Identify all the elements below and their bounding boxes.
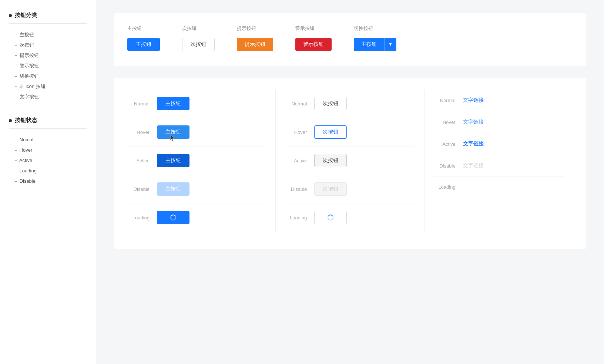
secondary-disable-row: Disable 次按钮 — [285, 175, 415, 203]
label-primary: 主按钮 — [127, 25, 142, 32]
link-states-col: Normal 文字链接 Hover 文字链接 Active 文字链接 Disab… — [425, 90, 573, 232]
state-label-loading-primary: Loading — [127, 215, 150, 220]
sidebar-item-disable[interactable]: － Disable — [9, 176, 87, 186]
section-button-types: 主按钮 主按钮 次按钮 次按钮 提示按钮 提示按钮 警示按钮 警示按钮 切换按钮… — [114, 13, 586, 66]
sidebar-item-hover[interactable]: － Hover — [9, 145, 87, 155]
secondary-hover-btn[interactable]: 次按钮 — [314, 125, 347, 139]
split-button-group: 主按钮 ▼ — [354, 38, 396, 51]
secondary-button[interactable]: 次按钮 — [182, 38, 215, 51]
sidebar-section-btn-types: 按钮分类 － 主按钮 － 次按钮 － 提示按钮 － 警示按钮 － 切换按钮 － … — [9, 12, 87, 102]
state-label-hover-link: Hover — [433, 119, 456, 125]
btn-type-primary-col: 主按钮 主按钮 — [127, 25, 160, 51]
spinner-primary — [170, 215, 176, 220]
link-disable-row: Disable 文字链接 — [433, 155, 564, 177]
sidebar-item-hint[interactable]: － 提示按钮 — [9, 50, 87, 61]
state-label-disable-link: Disable — [433, 163, 456, 169]
secondary-active-row: Active 次按钮 — [285, 146, 415, 175]
chevron-down-icon: ▼ — [388, 42, 393, 47]
sidebar-item-normal[interactable]: － Nomal — [9, 135, 87, 145]
link-loading-row: Loading — [433, 177, 564, 197]
main-content: 主按钮 主按钮 次按钮 次按钮 提示按钮 提示按钮 警示按钮 警示按钮 切换按钮… — [96, 0, 604, 364]
link-hover-btn[interactable]: 文字链接 — [463, 119, 484, 125]
sidebar-item-active[interactable]: － Active — [9, 155, 87, 166]
primary-disabled-btn: 主按钮 — [157, 182, 189, 196]
sidebar-item-primary[interactable]: － 主按钮 — [9, 30, 87, 40]
sidebar-item-switch[interactable]: － 切换按钮 — [9, 71, 87, 81]
state-label-disable-primary: Disable — [127, 186, 150, 192]
sidebar-section-title-types: 按钮分类 — [9, 12, 87, 19]
sidebar-section-btn-states: 按钮状态 － Nomal － Hover － Active － Loading … — [9, 117, 87, 186]
link-active-row: Active 文字链接 — [433, 133, 564, 155]
link-normal-row: Normal 文字链接 — [433, 90, 564, 111]
sidebar-divider-2 — [9, 128, 87, 129]
btn-type-row: 主按钮 主按钮 次按钮 次按钮 提示按钮 提示按钮 警示按钮 警示按钮 切换按钮… — [127, 25, 573, 51]
sidebar-item-secondary[interactable]: － 次按钮 — [9, 40, 87, 50]
label-secondary: 次按钮 — [182, 25, 197, 32]
spinner-secondary — [328, 215, 333, 220]
primary-normal-row: Normal 主按钮 — [127, 90, 266, 118]
primary-normal-btn[interactable]: 主按钮 — [157, 97, 189, 110]
primary-loading-btn — [157, 211, 189, 224]
hint-button[interactable]: 提示按钮 — [237, 38, 273, 51]
state-label-active-link: Active — [433, 141, 456, 147]
split-main-button[interactable]: 主按钮 — [354, 38, 384, 51]
secondary-loading-btn — [314, 211, 347, 224]
states-grid: Normal 主按钮 Hover 主按钮 Active 主按钮 Disable … — [127, 90, 573, 232]
state-label-hover-secondary: Hover — [285, 129, 307, 135]
state-label-hover-primary: Hover — [127, 129, 150, 135]
state-label-disable-secondary: Disable — [285, 186, 307, 192]
sidebar-item-warning[interactable]: － 警示按钮 — [9, 61, 87, 71]
label-split: 切换按钮 — [354, 25, 373, 32]
btn-type-hint-col: 提示按钮 提示按钮 — [237, 25, 273, 51]
sidebar-item-loading[interactable]: － Loading — [9, 166, 87, 176]
primary-disable-row: Disable 主按钮 — [127, 175, 266, 203]
btn-type-secondary-col: 次按钮 次按钮 — [182, 25, 215, 51]
state-label-normal-primary: Normal — [127, 101, 150, 107]
sidebar-item-icon-btn[interactable]: － 带 icon 按钮 — [9, 81, 87, 92]
secondary-disabled-btn: 次按钮 — [314, 182, 347, 196]
state-label-active-secondary: Active — [285, 158, 307, 164]
primary-button[interactable]: 主按钮 — [127, 38, 160, 51]
state-label-loading-secondary: Loading — [285, 215, 307, 220]
link-normal-btn[interactable]: 文字链接 — [463, 97, 484, 104]
secondary-hover-row: Hover 次按钮 — [285, 118, 415, 146]
btn-type-split-col: 切换按钮 主按钮 ▼ — [354, 25, 396, 51]
state-label-normal-secondary: Normal — [285, 101, 307, 107]
sidebar: 按钮分类 － 主按钮 － 次按钮 － 提示按钮 － 警示按钮 － 切换按钮 － … — [0, 0, 96, 364]
secondary-states-col: Normal 次按钮 Hover 次按钮 Active 次按钮 Disable … — [276, 90, 424, 232]
state-label-active-primary: Active — [127, 158, 150, 164]
secondary-active-btn[interactable]: 次按钮 — [314, 154, 347, 167]
link-active-btn[interactable]: 文字链接 — [463, 141, 484, 147]
section-button-states: Normal 主按钮 Hover 主按钮 Active 主按钮 Disable … — [114, 78, 586, 249]
secondary-normal-btn[interactable]: 次按钮 — [314, 97, 347, 110]
primary-hover-row: Hover 主按钮 — [127, 118, 266, 146]
link-hover-row: Hover 文字链接 — [433, 111, 564, 133]
primary-hover-btn[interactable]: 主按钮 — [157, 125, 189, 139]
state-label-loading-link: Loading — [433, 184, 456, 190]
danger-button[interactable]: 警示按钮 — [295, 38, 332, 51]
primary-active-row: Active 主按钮 — [127, 146, 266, 175]
label-danger: 警示按钮 — [295, 25, 315, 32]
btn-type-danger-col: 警示按钮 警示按钮 — [295, 25, 332, 51]
sidebar-section-title-states: 按钮状态 — [9, 117, 87, 124]
sidebar-divider-1 — [9, 23, 87, 24]
sidebar-item-text-btn[interactable]: － 文字按钮 — [9, 92, 87, 102]
secondary-loading-row: Loading — [285, 203, 415, 232]
split-arrow-button[interactable]: ▼ — [384, 38, 396, 51]
state-label-normal-link: Normal — [433, 98, 456, 103]
label-hint: 提示按钮 — [237, 25, 256, 32]
primary-active-btn[interactable]: 主按钮 — [157, 154, 189, 167]
secondary-normal-row: Normal 次按钮 — [285, 90, 415, 118]
primary-states-col: Normal 主按钮 Hover 主按钮 Active 主按钮 Disable … — [127, 90, 276, 232]
link-disabled-btn: 文字链接 — [463, 162, 484, 169]
primary-loading-row: Loading — [127, 203, 266, 232]
